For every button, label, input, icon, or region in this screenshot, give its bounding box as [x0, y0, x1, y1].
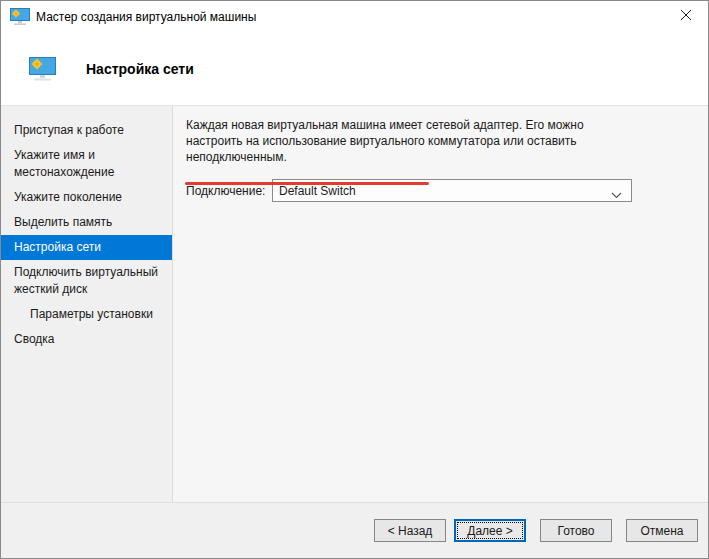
- wizard-body: Приступая к работе Укажите имя и местона…: [1, 105, 708, 504]
- wizard-footer: < Назад Далее > Готово Отмена: [1, 502, 708, 558]
- back-button[interactable]: < Назад: [374, 519, 446, 542]
- network-description-text: Каждая новая виртуальная машина имеет се…: [186, 117, 642, 165]
- chevron-down-icon: [611, 188, 622, 202]
- close-button[interactable]: [663, 1, 708, 32]
- connection-select-value: Default Switch: [279, 184, 356, 198]
- cancel-button[interactable]: Отмена: [626, 519, 698, 542]
- wizard-window: Мастер создания виртуальной машины: [0, 0, 709, 559]
- sidebar-item-installation-options[interactable]: Параметры установки: [1, 302, 172, 327]
- vm-monitor-gear-icon: [29, 57, 56, 81]
- next-button[interactable]: Далее >: [454, 519, 526, 542]
- sidebar-item-summary[interactable]: Сводка: [1, 327, 172, 352]
- connection-label: Подключение:: [186, 184, 272, 198]
- close-icon: [680, 9, 692, 24]
- vm-monitor-gear-icon: [10, 8, 30, 26]
- wizard-steps-sidebar: Приступая к работе Укажите имя и местона…: [1, 106, 173, 504]
- page-content: Каждая новая виртуальная машина имеет се…: [173, 106, 708, 504]
- titlebar: Мастер создания виртуальной машины: [1, 1, 708, 32]
- sidebar-item-assign-memory[interactable]: Выделить память: [1, 210, 172, 235]
- sidebar-item-connect-hard-disk[interactable]: Подключить виртуальный жесткий диск: [1, 260, 172, 302]
- sidebar-item-name-location[interactable]: Укажите имя и местонахождение: [1, 143, 172, 185]
- page-title: Настройка сети: [86, 61, 194, 77]
- sidebar-item-generation[interactable]: Укажите поколение: [1, 185, 172, 210]
- finish-button[interactable]: Готово: [540, 519, 612, 542]
- window-title: Мастер создания виртуальной машины: [36, 10, 256, 24]
- sidebar-item-getting-started[interactable]: Приступая к работе: [1, 118, 172, 143]
- red-underline-annotation: [185, 182, 429, 185]
- wizard-header: Настройка сети: [1, 32, 708, 105]
- sidebar-item-configure-networking[interactable]: Настройка сети: [1, 235, 172, 260]
